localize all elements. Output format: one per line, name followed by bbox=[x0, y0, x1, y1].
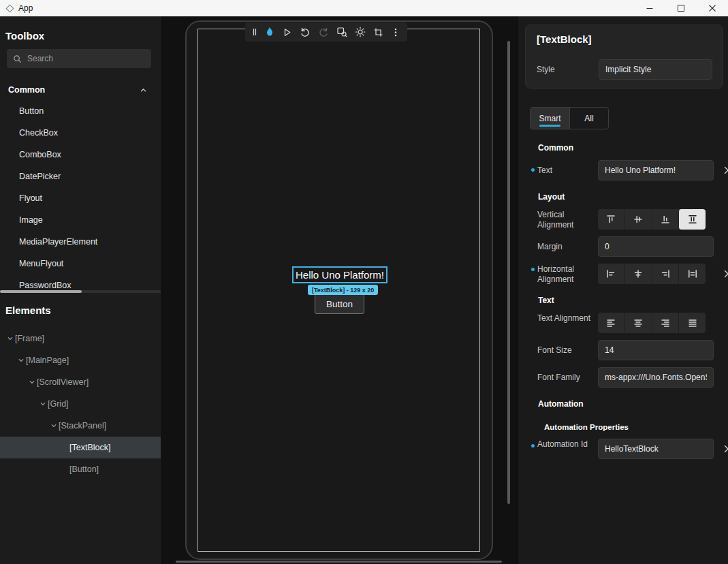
minimize-button[interactable] bbox=[634, 0, 665, 16]
toolbox-item[interactable]: Image bbox=[0, 209, 161, 231]
text-alignment-group bbox=[598, 313, 706, 333]
clear-binding-icon[interactable] bbox=[723, 166, 728, 175]
tree-item-button[interactable]: [Button] bbox=[0, 458, 161, 480]
chevron-down-icon[interactable] bbox=[16, 357, 26, 364]
text-property-input[interactable] bbox=[598, 160, 714, 181]
section-common-title: Common bbox=[538, 143, 573, 153]
tree-item-label: [Button] bbox=[69, 465, 99, 474]
tree-item-label: [Grid] bbox=[48, 399, 69, 409]
modified-dot bbox=[531, 168, 535, 172]
clear-binding-icon[interactable] bbox=[723, 444, 728, 454]
design-canvas: Hello Uno Platform! [TextBlock] - 129 x … bbox=[161, 16, 518, 564]
canvas-button[interactable]: Button bbox=[315, 294, 364, 314]
chevron-down-icon[interactable] bbox=[5, 335, 15, 342]
modified-dot bbox=[531, 444, 535, 448]
frame-icon[interactable] bbox=[373, 27, 383, 37]
font-size-label: Font Size bbox=[537, 345, 593, 356]
chevron-down-icon[interactable] bbox=[49, 422, 59, 429]
toolbox-item[interactable]: MenuFlyout bbox=[0, 253, 161, 275]
tab-all[interactable]: All bbox=[569, 108, 608, 129]
tree-item-label: [ScrollViewer] bbox=[37, 377, 89, 387]
margin-label: Margin bbox=[537, 242, 593, 252]
margin-input[interactable] bbox=[598, 236, 714, 257]
font-family-input[interactable] bbox=[598, 367, 714, 388]
selection-size-badge: [TextBlock] - 129 x 20 bbox=[308, 285, 378, 295]
halign-stretch-button[interactable] bbox=[678, 264, 706, 284]
vertical-alignment-group bbox=[598, 209, 706, 230]
font-size-input[interactable] bbox=[598, 340, 714, 360]
common-section-header[interactable]: Common bbox=[0, 80, 161, 99]
text-property-label: Text bbox=[537, 166, 593, 176]
tree-item-label: [StackPanel] bbox=[59, 421, 106, 430]
text-alignment-label: Text Alignment bbox=[537, 313, 593, 324]
toolbox-scrollbar[interactable] bbox=[0, 290, 161, 293]
inspect-icon[interactable] bbox=[336, 27, 347, 37]
flame-icon[interactable] bbox=[265, 27, 274, 37]
text-align-justify-button[interactable] bbox=[678, 313, 706, 333]
tree-item-mainpage[interactable]: [MainPage] bbox=[0, 349, 161, 371]
valign-stretch-button[interactable] bbox=[678, 209, 706, 230]
redo-icon[interactable] bbox=[318, 27, 329, 37]
text-align-center-button[interactable] bbox=[624, 313, 652, 333]
toolbox-item[interactable]: Button bbox=[0, 100, 161, 122]
selected-element-title: [TextBlock] bbox=[537, 33, 592, 45]
undo-icon[interactable] bbox=[300, 27, 311, 37]
design-toolbar bbox=[245, 22, 407, 42]
toolbox-item[interactable]: Flyout bbox=[0, 187, 161, 209]
canvas-horizontal-scrollbar[interactable] bbox=[176, 561, 502, 563]
toolbox-item[interactable]: MediaPlayerElement bbox=[0, 231, 161, 253]
halign-center-button[interactable] bbox=[624, 264, 652, 284]
tree-item-label: [MainPage] bbox=[26, 356, 69, 365]
style-label: Style bbox=[537, 59, 555, 80]
text-align-left-button[interactable] bbox=[598, 313, 624, 333]
scrollbar-thumb[interactable] bbox=[0, 290, 82, 293]
toolbox-item[interactable]: CheckBox bbox=[0, 122, 161, 144]
titlebar: App bbox=[0, 0, 728, 16]
automation-id-label: Automation Id bbox=[537, 439, 593, 450]
valign-bottom-button[interactable] bbox=[652, 209, 679, 230]
toolbox-item[interactable]: DatePicker bbox=[0, 166, 161, 187]
hello-text: Hello Uno Platform! bbox=[296, 269, 384, 281]
elements-title: Elements bbox=[5, 304, 51, 316]
toolbox-title: Toolbox bbox=[5, 30, 44, 42]
tree-item-label: [Frame] bbox=[15, 334, 44, 343]
automation-id-input[interactable] bbox=[598, 439, 714, 459]
drag-handle-icon[interactable] bbox=[252, 27, 257, 37]
text-align-right-button[interactable] bbox=[652, 313, 679, 333]
selected-textblock[interactable]: Hello Uno Platform! bbox=[292, 266, 387, 283]
app-logo-icon bbox=[5, 4, 14, 13]
tree-item-grid[interactable]: [Grid] bbox=[0, 393, 161, 415]
window-title: App bbox=[18, 3, 33, 13]
maximize-button[interactable] bbox=[665, 0, 697, 16]
clear-binding-icon[interactable] bbox=[723, 269, 728, 279]
valign-center-button[interactable] bbox=[624, 209, 652, 230]
chevron-down-icon[interactable] bbox=[38, 401, 48, 407]
search-input[interactable] bbox=[27, 54, 145, 63]
tree-item-stackpanel[interactable]: [StackPanel] bbox=[0, 415, 161, 437]
chevron-up-icon bbox=[140, 87, 147, 94]
tree-item-scrollviewer[interactable]: [ScrollViewer] bbox=[0, 371, 161, 393]
close-button[interactable] bbox=[697, 0, 728, 16]
toolbox-search[interactable] bbox=[7, 49, 151, 68]
horizontal-alignment-label: Horizontal Alignment bbox=[537, 264, 593, 285]
halign-left-button[interactable] bbox=[598, 264, 624, 284]
section-automation-title: Automation bbox=[538, 399, 584, 409]
chevron-down-icon[interactable] bbox=[27, 379, 37, 386]
tree-item-textblock[interactable]: [TextBlock] bbox=[0, 437, 161, 458]
tab-smart[interactable]: Smart bbox=[531, 108, 569, 129]
style-input[interactable] bbox=[599, 59, 712, 80]
toolbox-item[interactable]: ComboBox bbox=[0, 144, 161, 166]
canvas-vertical-scrollbar[interactable] bbox=[507, 41, 510, 504]
play-icon[interactable] bbox=[282, 27, 292, 37]
halign-right-button[interactable] bbox=[652, 264, 679, 284]
vertical-alignment-label: Vertical Alignment bbox=[537, 210, 593, 230]
toolbox-list: Button CheckBox ComboBox DatePicker Flyo… bbox=[0, 100, 161, 296]
modified-dot bbox=[531, 268, 535, 271]
more-menu-icon[interactable] bbox=[391, 27, 400, 37]
valign-top-button[interactable] bbox=[598, 209, 624, 230]
automation-properties-title: Automation Properties bbox=[544, 423, 629, 431]
tree-item-frame[interactable]: [Frame] bbox=[0, 328, 161, 349]
toolbox-item[interactable]: PasswordBox bbox=[0, 275, 161, 296]
theme-icon[interactable] bbox=[355, 27, 366, 37]
window-controls bbox=[634, 0, 728, 16]
